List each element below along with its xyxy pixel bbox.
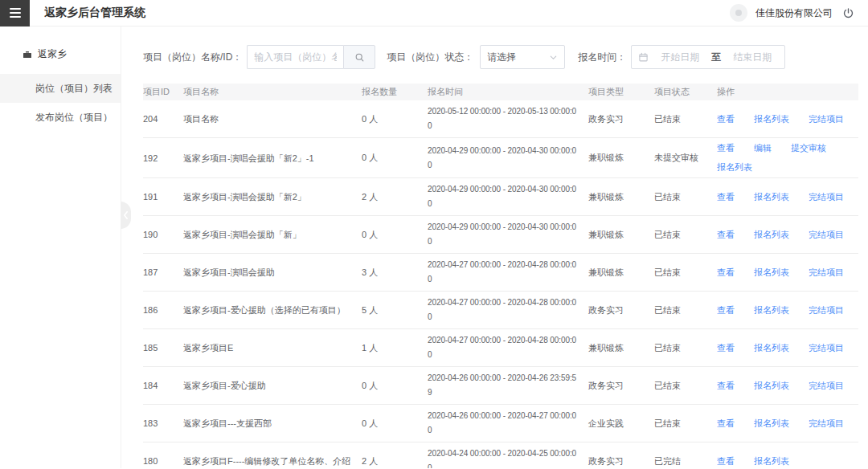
cell-actions: 查看报名列表完结项目 xyxy=(717,418,858,430)
sidebar-group-home[interactable]: 返家乡 xyxy=(0,27,121,74)
chevron-left-icon xyxy=(123,211,129,219)
action-link-view[interactable]: 查看 xyxy=(717,455,735,467)
cell-signup-time: 2020-04-29 00:00:00 - 2020-04-30 00:00:0… xyxy=(428,182,588,211)
col-signup-time: 报名时间 xyxy=(428,86,588,98)
table-header-row: 项目ID项目名称报名数量报名时间项目类型项目状态操作 xyxy=(143,84,858,100)
hamburger-icon xyxy=(10,8,21,10)
avatar[interactable] xyxy=(730,4,747,22)
cell-signup-count: 3 人 xyxy=(362,267,428,279)
start-date-input[interactable]: 开始日期 xyxy=(654,51,706,64)
action-link-edit[interactable]: 编辑 xyxy=(754,142,772,154)
action-link-finish-project[interactable]: 完结项目 xyxy=(809,229,844,241)
action-link-signup-list[interactable]: 报名列表 xyxy=(754,342,789,354)
action-link-signup-list[interactable]: 报名列表 xyxy=(717,161,752,173)
cell-project-status: 已结束 xyxy=(654,267,717,279)
action-link-submit-review[interactable]: 提交审核 xyxy=(791,142,826,154)
cell-project-name: 返家乡项目-演唱会援助「新2」-1 xyxy=(183,152,362,165)
project-status-select[interactable]: 请选择 xyxy=(480,45,565,69)
signup-time-range-picker[interactable]: 开始日期 至 结束日期 xyxy=(631,45,785,69)
action-link-signup-list[interactable]: 报名列表 xyxy=(754,455,789,467)
filter-bar: 项目（岗位）名称/ID： 项目（岗位）状态： 请选择 报名时间： xyxy=(143,44,855,70)
action-link-view[interactable]: 查看 xyxy=(717,380,735,392)
cell-project-name: 项目名称 xyxy=(183,112,362,125)
action-link-view[interactable]: 查看 xyxy=(717,342,735,354)
cell-project-id: 192 xyxy=(143,153,183,163)
cell-project-status: 未提交审核 xyxy=(654,152,717,164)
cell-project-name: 返家乡项目-演唱会援助「新2」 xyxy=(183,190,362,203)
cell-signup-time: 2020-04-29 00:00:00 - 2020-04-30 00:00:0… xyxy=(428,220,588,249)
action-link-finish-project[interactable]: 完结项目 xyxy=(809,380,844,392)
cell-actions: 查看报名列表完结项目 xyxy=(717,191,858,203)
action-link-view[interactable]: 查看 xyxy=(717,418,735,430)
action-link-finish-project[interactable]: 完结项目 xyxy=(809,267,844,279)
cell-signup-time: 2020-04-24 00:00:00 - 2020-04-25 00:00:0… xyxy=(428,447,588,468)
action-link-signup-list[interactable]: 报名列表 xyxy=(754,113,789,125)
action-link-signup-list[interactable]: 报名列表 xyxy=(754,267,789,279)
app-title: 返家乡后台管理系统 xyxy=(44,6,145,20)
cell-actions: 查看编辑提交审核报名列表 xyxy=(717,142,858,173)
project-name-search-input[interactable] xyxy=(247,45,343,69)
cell-signup-time: 2020-04-26 00:00:00 - 2020-04-27 00:00:0… xyxy=(428,409,588,438)
action-link-view[interactable]: 查看 xyxy=(717,142,735,154)
search-button[interactable] xyxy=(343,45,375,69)
action-link-finish-project[interactable]: 完结项目 xyxy=(809,113,844,125)
topbar: 返家乡后台管理系统 佳佳股份有限公司 xyxy=(0,0,868,27)
sidebar-item-publish-project[interactable]: 发布岗位（项目） xyxy=(0,103,121,132)
sidebar-group-label: 返家乡 xyxy=(38,47,67,61)
cell-project-name: 返家乡项目E xyxy=(183,341,362,354)
action-link-finish-project[interactable]: 完结项目 xyxy=(809,342,844,354)
sidebar-item-project-list[interactable]: 岗位（项目）列表 xyxy=(0,74,121,103)
action-link-view[interactable]: 查看 xyxy=(717,191,735,203)
date-range-separator: 至 xyxy=(711,51,721,64)
action-link-view[interactable]: 查看 xyxy=(717,267,735,279)
sidebar-menu: 岗位（项目）列表发布岗位（项目） xyxy=(0,74,121,132)
cell-signup-count: 2 人 xyxy=(362,455,428,467)
cell-project-type: 兼职锻炼 xyxy=(588,229,654,241)
cell-project-status: 已结束 xyxy=(654,342,717,354)
calendar-icon xyxy=(638,52,649,63)
table-row: 204项目名称0 人2020-05-12 00:00:00 - 2020-05-… xyxy=(143,100,858,138)
cell-project-type: 政务实习 xyxy=(588,455,654,467)
action-link-view[interactable]: 查看 xyxy=(717,229,735,241)
cell-signup-time: 2020-04-27 00:00:00 - 2020-04-28 00:00:0… xyxy=(428,296,588,324)
cell-project-type: 兼职锻炼 xyxy=(588,342,654,354)
action-link-signup-list[interactable]: 报名列表 xyxy=(754,418,789,430)
table-body: 204项目名称0 人2020-05-12 00:00:00 - 2020-05-… xyxy=(143,100,858,468)
project-name-search-group xyxy=(247,45,375,69)
end-date-input[interactable]: 结束日期 xyxy=(727,51,778,64)
logout-button[interactable] xyxy=(841,6,855,20)
table-row: 184返家乡项目-爱心援助0 人2020-04-26 00:00:00 - 20… xyxy=(143,367,858,405)
action-link-signup-list[interactable]: 报名列表 xyxy=(754,191,789,203)
cell-project-id: 204 xyxy=(143,114,183,124)
cell-actions: 查看报名列表完结项目 xyxy=(717,229,858,241)
action-link-view[interactable]: 查看 xyxy=(717,304,735,316)
action-link-finish-project[interactable]: 完结项目 xyxy=(809,191,844,203)
action-link-finish-project[interactable]: 完结项目 xyxy=(809,304,844,316)
cell-project-id: 187 xyxy=(143,267,183,277)
cell-project-name: 返家乡项目-爱心援助 xyxy=(183,379,362,392)
action-link-view[interactable]: 查看 xyxy=(717,113,735,125)
col-project-id: 项目ID xyxy=(143,86,183,98)
cell-project-status: 已结束 xyxy=(654,304,717,316)
action-link-signup-list[interactable]: 报名列表 xyxy=(754,380,789,392)
cell-project-name: 返家乡项目-演唱会援助「新」 xyxy=(183,228,362,241)
action-link-signup-list[interactable]: 报名列表 xyxy=(754,229,789,241)
cell-project-status: 已结束 xyxy=(654,229,717,241)
cell-project-id: 185 xyxy=(143,343,183,353)
table-row: 187返家乡项目-演唱会援助3 人2020-04-27 00:00:00 - 2… xyxy=(143,254,858,292)
action-link-signup-list[interactable]: 报名列表 xyxy=(754,304,789,316)
table-row: 185返家乡项目E1 人2020-04-27 00:00:00 - 2020-0… xyxy=(143,329,858,367)
cell-signup-count: 1 人 xyxy=(362,342,428,354)
project-table: 项目ID项目名称报名数量报名时间项目类型项目状态操作 204项目名称0 人202… xyxy=(143,84,858,468)
hamburger-menu-button[interactable] xyxy=(0,0,30,27)
cell-signup-time: 2020-05-12 00:00:00 - 2020-05-13 00:00:0… xyxy=(428,104,588,133)
action-link-finish-project[interactable]: 完结项目 xyxy=(809,418,844,430)
cell-project-id: 186 xyxy=(143,305,183,315)
cell-project-type: 兼职锻炼 xyxy=(588,267,654,279)
cell-signup-count: 0 人 xyxy=(362,152,428,164)
chevron-down-icon xyxy=(549,53,558,62)
cell-project-id: 183 xyxy=(143,418,183,428)
cell-project-id: 180 xyxy=(143,456,183,466)
col-project-type: 项目类型 xyxy=(588,86,654,98)
cell-signup-count: 0 人 xyxy=(362,380,428,392)
